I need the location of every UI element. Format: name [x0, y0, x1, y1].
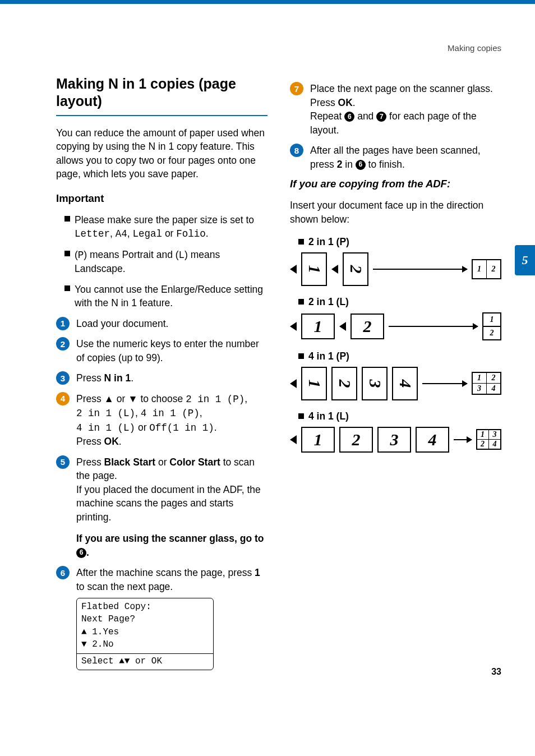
feed-direction-icon	[290, 265, 297, 274]
feed-direction-icon	[339, 322, 346, 331]
step-3: 3 Press N in 1.	[56, 371, 268, 385]
feed-direction-icon	[331, 265, 338, 274]
page-1: 1	[301, 314, 335, 339]
step-8-text: After all the pages have been scanned, p…	[310, 144, 501, 171]
step-7: 7 Place the next page on the scanner gla…	[290, 82, 501, 137]
adf-intro: Insert your document face up in the dire…	[290, 199, 501, 226]
square-bullet-icon	[64, 251, 70, 256]
layout-2in1l-label: 2 in 1 (L)	[298, 296, 501, 308]
result-4in1p: 1234	[472, 372, 502, 395]
important-text-2: (P) means Portrait and (L) means Landsca…	[75, 248, 268, 276]
step-badge-5: 5	[56, 455, 70, 469]
arrow-right-icon	[422, 383, 467, 384]
diagram-4in1l: 1 2 3 4 1324	[290, 427, 501, 453]
important-item-2: (P) means Portrait and (L) means Landsca…	[56, 248, 268, 276]
chapter-tab: 5	[515, 245, 535, 275]
step-1-text: Load your document.	[76, 317, 268, 331]
lcd-line-1: Flatbed Copy:	[81, 601, 209, 613]
arrow-right-icon	[373, 269, 467, 270]
step-6: 6 After the machine scans the page, pres…	[56, 566, 268, 670]
lcd-display: Flatbed Copy: Next Page? ▲ 1.Yes ▼ 2.No …	[76, 598, 214, 670]
step-4: 4 Press ▲ or ▼ to choose 2 in 1 (P), 2 i…	[56, 392, 268, 449]
lcd-line-5: Select ▲▼ or OK	[77, 654, 213, 670]
ref-badge-7: 7	[376, 112, 386, 122]
page-2: 2	[331, 367, 357, 400]
step-badge-8: 8	[290, 144, 303, 157]
square-bullet-icon	[298, 239, 304, 245]
arrow-right-icon	[389, 326, 478, 327]
step-2: 2 Use the numeric keys to enter the numb…	[56, 337, 268, 365]
step-7-text: Place the next page on the scanner glass…	[310, 82, 501, 137]
step-6-text: After the machine scans the page, press …	[76, 566, 268, 670]
page-title: Making N in 1 copies (page layout)	[56, 75, 268, 110]
right-column: 7 Place the next page on the scanner gla…	[290, 75, 501, 677]
square-bullet-icon	[298, 353, 304, 359]
page-2: 2	[350, 314, 384, 339]
diagram-2in1p: 1 2 12	[290, 252, 501, 286]
step-badge-7: 7	[290, 82, 303, 95]
important-heading: Important	[56, 192, 268, 205]
page-2: 2	[339, 427, 373, 453]
square-bullet-icon	[298, 413, 304, 419]
page-3: 3	[377, 427, 411, 453]
important-item-1: Please make sure the paper size is set t…	[56, 213, 268, 241]
step-badge-2: 2	[56, 337, 70, 351]
result-2in1l: 12	[482, 312, 501, 340]
step-4-text: Press ▲ or ▼ to choose 2 in 1 (P), 2 in …	[76, 392, 268, 449]
lcd-line-2: Next Page?	[81, 613, 209, 625]
feed-direction-icon	[290, 435, 297, 444]
page-1: 1	[301, 427, 335, 453]
breadcrumb: Making copies	[56, 43, 501, 53]
title-underline	[56, 115, 268, 116]
diagram-2in1l: 1 2 12	[290, 312, 501, 340]
step-2-text: Use the numeric keys to enter the number…	[76, 337, 268, 365]
lcd-line-4: ▼ 2.No	[81, 638, 209, 651]
feed-direction-icon	[290, 322, 297, 331]
layout-4in1l-label: 4 in 1 (L)	[298, 411, 501, 422]
step-badge-4: 4	[56, 392, 70, 405]
important-text-1: Please make sure the paper size is set t…	[75, 213, 268, 241]
step-badge-1: 1	[56, 317, 70, 330]
adf-heading: If you are copying from the ADF:	[290, 178, 501, 190]
lcd-line-3: ▲ 1.Yes	[81, 626, 209, 638]
page-1: 1	[301, 367, 327, 400]
square-bullet-icon	[64, 285, 70, 291]
ref-badge-6: 6	[344, 112, 354, 122]
left-column: Making N in 1 copies (page layout) You c…	[56, 75, 268, 677]
step-badge-3: 3	[56, 371, 70, 385]
page-2: 2	[343, 252, 368, 286]
diagram-4in1p: 1 2 3 4 1234	[290, 367, 501, 400]
page-3: 3	[362, 367, 388, 400]
ref-badge-6: 6	[76, 548, 86, 558]
result-4in1l: 1324	[476, 429, 502, 450]
page-number: 33	[491, 667, 501, 677]
important-item-3: You cannot use the Enlarge/Reduce settin…	[56, 283, 268, 310]
intro-paragraph: You can reduce the amount of paper used …	[56, 126, 268, 181]
step-8: 8 After all the pages have been scanned,…	[290, 144, 501, 171]
step-1: 1 Load your document.	[56, 317, 268, 331]
step-5: 5 Press Black Start or Color Start to sc…	[56, 455, 268, 560]
page-1: 1	[301, 252, 327, 286]
page-4: 4	[392, 367, 418, 400]
arrow-right-icon	[454, 439, 472, 440]
feed-direction-icon	[290, 379, 297, 388]
layout-2in1p-label: 2 in 1 (P)	[298, 236, 501, 248]
important-text-3: You cannot use the Enlarge/Reduce settin…	[75, 283, 268, 310]
step-3-text: Press N in 1.	[76, 371, 268, 385]
square-bullet-icon	[298, 299, 304, 305]
top-accent-bar	[0, 0, 535, 4]
layout-4in1p-label: 4 in 1 (P)	[298, 351, 501, 362]
square-bullet-icon	[64, 216, 70, 222]
step-5-text: Press Black Start or Color Start to scan…	[76, 455, 268, 560]
page-4: 4	[416, 427, 449, 453]
ref-badge-6: 6	[356, 160, 366, 170]
step-badge-6: 6	[56, 566, 70, 579]
page-body: Making copies 5 Making N in 1 copies (pa…	[0, 4, 535, 694]
result-2in1p: 12	[472, 259, 502, 279]
two-column-layout: Making N in 1 copies (page layout) You c…	[56, 75, 501, 677]
